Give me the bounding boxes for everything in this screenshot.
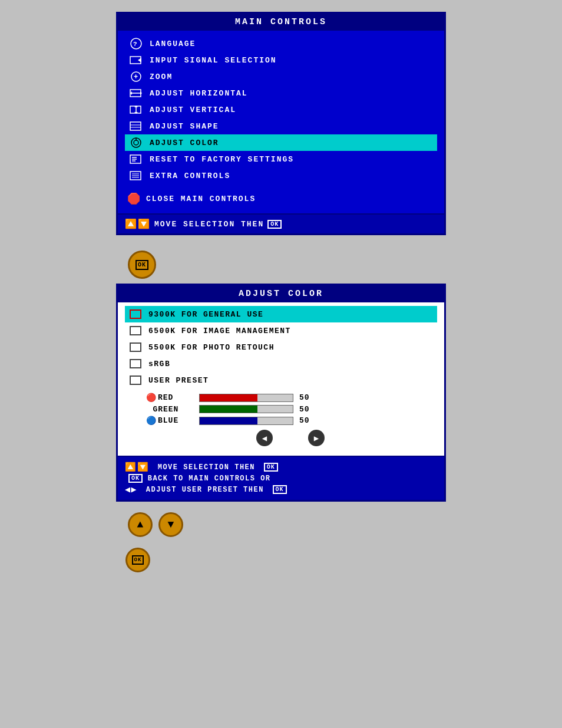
main-controls-title: MAIN CONTROLS (118, 14, 444, 31)
menu-item-adjust-vertical-label: ADJUST VERTICAL (150, 106, 236, 114)
language-icon: ? (127, 37, 145, 50)
up-arrow-label: ▲ (137, 519, 144, 531)
menu-item-adjust-vertical[interactable]: ADJUST VERTICAL (125, 101, 437, 118)
bottom-ok-label: OK (132, 555, 144, 565)
footer-nav-icon-1: 🔼🔽 (125, 462, 149, 473)
menu-item-language-label: LANGUAGE (150, 39, 196, 48)
input-signal-icon (127, 54, 145, 67)
blue-slider-fill (200, 417, 257, 424)
menu-item-zoom[interactable]: + ZOOM (125, 68, 437, 85)
preset-srgb-icon (127, 357, 144, 370)
color-sliders: 🔴 RED 50 ○ GREEN 50 (125, 388, 437, 452)
color-footer-row-3: ◀▶ ADJUST USER PRESET THEN OK (125, 484, 437, 495)
preset-6500k-label: 6500K FOR IMAGE MANAGEMENT (148, 327, 291, 335)
down-arrow-button[interactable]: ▼ (158, 512, 183, 537)
menu-item-reset-factory[interactable]: RESET TO FACTORY SETTINGS (125, 151, 437, 167)
green-slider-value: 50 (299, 405, 318, 414)
green-slider-fill (200, 406, 257, 413)
menu-item-language[interactable]: ? LANGUAGE (125, 35, 437, 52)
color-preset-5500k[interactable]: 5500K FOR PHOTO RETOUCH (125, 339, 437, 355)
svg-point-18 (134, 140, 138, 145)
bottom-ok-button[interactable]: OK (125, 548, 150, 572)
ok-button-large[interactable]: OK (128, 251, 156, 279)
adjust-color-panel: ADJUST COLOR 9300K FOR GENERAL USE 6500K… (116, 284, 446, 502)
footer-row1-text: MOVE SELECTION THEN (153, 463, 260, 472)
blue-label-text: BLUE (158, 416, 178, 425)
bottom-arrows-container: ▲ ▼ (116, 512, 446, 537)
main-controls-body: ? LANGUAGE INPUT SIGNAL SELECTION + ZOOM… (118, 31, 444, 213)
footer-text: MOVE SELECTION THEN (154, 220, 264, 229)
green-slider-track[interactable] (199, 405, 293, 413)
extra-controls-icon (127, 169, 145, 182)
menu-item-input-signal[interactable]: INPUT SIGNAL SELECTION (125, 52, 437, 68)
reset-factory-icon (127, 153, 145, 166)
preset-9300k-icon (127, 308, 144, 321)
color-preset-6500k[interactable]: 6500K FOR IMAGE MANAGEMENT (125, 322, 437, 339)
bottom-ok-container: OK (116, 548, 446, 572)
main-controls-panel: MAIN CONTROLS ? LANGUAGE INPUT SIGNAL SE… (116, 12, 446, 235)
blue-slider-value: 50 (299, 416, 318, 425)
menu-item-adjust-horizontal[interactable]: ADJUST HORIZONTAL (125, 85, 437, 101)
close-icon: 🛑 (127, 192, 141, 205)
red-slider-value: 50 (299, 393, 318, 402)
menu-item-reset-factory-label: RESET TO FACTORY SETTINGS (150, 155, 294, 164)
menu-item-input-signal-label: INPUT SIGNAL SELECTION (150, 56, 277, 65)
green-label: ○ GREEN (146, 404, 193, 414)
red-slider-row: 🔴 RED 50 (146, 393, 435, 403)
preset-5500k-icon (127, 341, 144, 354)
color-footer-row-2: OK BACK TO MAIN CONTROLS OR (125, 474, 437, 483)
close-main-controls-label: CLOSE MAIN CONTROLS (146, 195, 256, 203)
color-preset-user[interactable]: USER PRESET (125, 372, 437, 388)
footer-ok-1: OK (264, 463, 278, 472)
svg-marker-3 (138, 58, 141, 62)
svg-text:?: ? (133, 41, 138, 48)
menu-item-adjust-shape[interactable]: ADJUST SHAPE (125, 118, 437, 134)
slider-arrow-row: ◀ ▶ (146, 427, 435, 450)
red-label: 🔴 RED (146, 393, 193, 403)
footer-nav-icon-3: ◀▶ (125, 484, 137, 495)
slider-left-arrow[interactable]: ◀ (256, 430, 273, 446)
slider-right-arrow[interactable]: ▶ (308, 430, 325, 446)
red-slider-track[interactable] (199, 394, 293, 402)
preset-user-label: USER PRESET (148, 376, 209, 385)
main-controls-footer: 🔼🔽 MOVE SELECTION THEN OK (118, 213, 444, 233)
green-label-text: GREEN (153, 405, 178, 414)
zoom-icon: + (127, 70, 145, 83)
preset-srgb-label: sRGB (148, 360, 170, 368)
footer-nav-icons: 🔼🔽 (125, 218, 151, 230)
blue-slider-track[interactable] (199, 417, 293, 425)
svg-text:+: + (134, 73, 139, 81)
footer-row3-text: ADJUST USER PRESET THEN (141, 486, 269, 494)
color-panel-footer: 🔼🔽 MOVE SELECTION THEN OK OK BACK TO MAI… (118, 457, 444, 500)
adjust-color-title: ADJUST COLOR (118, 285, 444, 302)
color-preset-9300k[interactable]: 9300K FOR GENERAL USE (125, 306, 437, 322)
menu-item-zoom-label: ZOOM (150, 73, 173, 81)
up-arrow-button[interactable]: ▲ (128, 512, 153, 537)
red-label-text: RED (158, 393, 173, 402)
blue-label: 🔵 BLUE (146, 416, 193, 426)
footer-ok-badge: OK (267, 220, 282, 229)
svg-rect-14 (130, 122, 141, 130)
adjust-horizontal-icon (127, 87, 145, 100)
ok-button-between: OK (116, 251, 446, 279)
ok-button-label: OK (135, 260, 148, 270)
menu-item-adjust-horizontal-label: ADJUST HORIZONTAL (150, 89, 248, 98)
footer-ok-3: OK (273, 485, 287, 494)
color-preset-srgb[interactable]: sRGB (125, 355, 437, 372)
menu-item-adjust-color-label: ADJUST COLOR (150, 139, 219, 147)
blue-circle-icon: 🔵 (146, 416, 157, 426)
preset-5500k-label: 5500K FOR PHOTO RETOUCH (148, 343, 275, 352)
menu-item-extra-controls-label: EXTRA CONTROLS (150, 172, 230, 180)
color-panel-body: 9300K FOR GENERAL USE 6500K FOR IMAGE MA… (118, 302, 444, 457)
color-footer-row-1: 🔼🔽 MOVE SELECTION THEN OK (125, 462, 437, 473)
preset-user-icon (127, 374, 144, 387)
menu-item-adjust-color[interactable]: ADJUST COLOR (125, 134, 437, 151)
red-circle-icon: 🔴 (146, 393, 157, 403)
footer-row2-text: BACK TO MAIN CONTROLS OR (143, 475, 271, 483)
menu-item-extra-controls[interactable]: EXTRA CONTROLS (125, 167, 437, 184)
adjust-color-icon (127, 136, 145, 149)
adjust-shape-icon (127, 120, 145, 133)
close-main-controls[interactable]: 🛑 CLOSE MAIN CONTROLS (125, 189, 437, 209)
red-slider-fill (200, 394, 257, 401)
blue-slider-row: 🔵 BLUE 50 (146, 416, 435, 426)
